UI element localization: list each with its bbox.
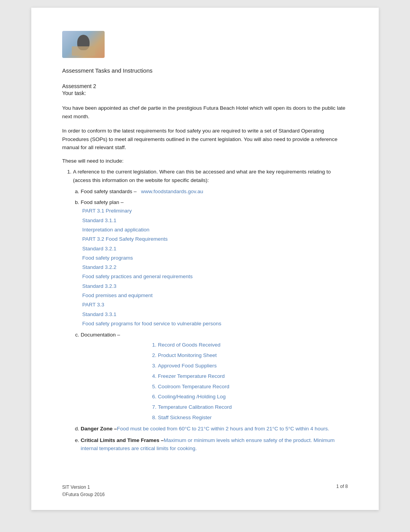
doc-item-3[interactable]: Approved Food Suppliers: [158, 362, 348, 371]
sub-a-link[interactable]: www.foodstandards.gov.au: [141, 189, 203, 194]
sub-c-label: Documentation –: [81, 331, 120, 339]
sub-d-label: Danger Zone –: [81, 426, 117, 432]
your-task-label: Your task:: [62, 90, 348, 96]
sub-a-label: Food safety standards –: [81, 189, 137, 194]
food-plan-item-11[interactable]: Standard 3.3.1: [82, 310, 348, 319]
doc-item-4[interactable]: Freezer Temperature Record: [158, 372, 348, 381]
doc-item-2[interactable]: Product Monitoring Sheet: [158, 351, 348, 360]
footer-page-number: 1 of 8: [336, 484, 348, 498]
food-plan-block: PART 3.1 Preliminary Standard 3.1.1 Inte…: [82, 206, 348, 328]
documentation-header: Documentation –: [81, 331, 348, 339]
food-plan-item-0[interactable]: PART 3.1 Preliminary: [82, 206, 348, 216]
paragraph-1: You have been appointed as chef de parti…: [62, 104, 348, 121]
list-item-1-text: A reference to the current legislation. …: [73, 168, 348, 184]
food-plan-item-6[interactable]: Standard 3.2.2: [82, 263, 348, 272]
food-plan-item-5[interactable]: Food safety programs: [82, 253, 348, 263]
danger-zone-container: Danger Zone –Food must be cooled from 60…: [81, 425, 348, 433]
food-plan-item-12[interactable]: Food safety programs for food service to…: [82, 319, 348, 328]
these-will-label: These will need to include:: [62, 158, 348, 164]
page-title: Assessment Tasks and Instructions: [62, 67, 348, 74]
food-plan-item-4[interactable]: Standard 3.2.1: [82, 244, 348, 253]
logo-image: [62, 31, 105, 58]
sub-list-alpha: Food safety standards – www.foodstandard…: [81, 187, 348, 453]
sub-b-label: Food safety plan –: [81, 199, 124, 205]
sub-item-a: Food safety standards – www.foodstandard…: [81, 187, 348, 196]
doc-numbered-list: Record of Goods Received Product Monitor…: [158, 341, 348, 423]
food-plan-item-2[interactable]: Interpretation and application: [82, 225, 348, 235]
sub-e-label: Critical Limits and Time Frames –: [81, 437, 164, 443]
doc-item-8[interactable]: Staff Sickness Register: [158, 413, 348, 422]
sub-item-d: Danger Zone –Food must be cooled from 60…: [81, 425, 348, 433]
document-page: Assessment Tasks and Instructions Assess…: [31, 8, 379, 510]
footer-copyright: ©Futura Group 2016: [62, 491, 105, 498]
food-plan-item-10[interactable]: PART 3.3: [82, 300, 348, 309]
logo-area: [62, 31, 348, 58]
main-list: A reference to the current legislation. …: [73, 168, 348, 453]
critical-limits-container: Critical Limits and Time Frames –Maximum…: [81, 436, 348, 453]
food-plan-item-9[interactable]: Food premises and equipment: [82, 291, 348, 300]
page-footer: SIT Version 1 ©Futura Group 2016 1 of 8: [62, 484, 348, 498]
doc-item-6[interactable]: Cooling/Heating /Holding Log: [158, 393, 348, 401]
assessment-label: Assessment 2: [62, 83, 348, 89]
doc-item-5[interactable]: Coolroom Temperature Record: [158, 382, 348, 391]
food-plan-item-3[interactable]: PART 3.2 Food Safety Requirements: [82, 235, 348, 244]
paragraph-2: In order to conform to the latest requir…: [62, 127, 348, 152]
doc-item-1[interactable]: Record of Goods Received: [158, 341, 348, 350]
footer-version: SIT Version 1: [62, 484, 105, 491]
food-plan-item-1[interactable]: Standard 3.1.1: [82, 216, 348, 225]
food-plan-item-7[interactable]: Food safety practices and general requir…: [82, 272, 348, 281]
sub-item-b: Food safety plan – PART 3.1 Preliminary …: [81, 198, 348, 328]
sub-item-c: Documentation – Record of Goods Received…: [81, 331, 348, 422]
sub-item-e: Critical Limits and Time Frames –Maximum…: [81, 436, 348, 453]
sub-d-value: Food must be cooled from 60°C to 21°C wi…: [117, 426, 329, 432]
doc-item-7[interactable]: Temperature Calibration Record: [158, 403, 348, 412]
food-plan-item-8[interactable]: Standard 3.2.3: [82, 282, 348, 291]
footer-left: SIT Version 1 ©Futura Group 2016: [62, 484, 105, 498]
list-item-1: A reference to the current legislation. …: [73, 168, 348, 453]
